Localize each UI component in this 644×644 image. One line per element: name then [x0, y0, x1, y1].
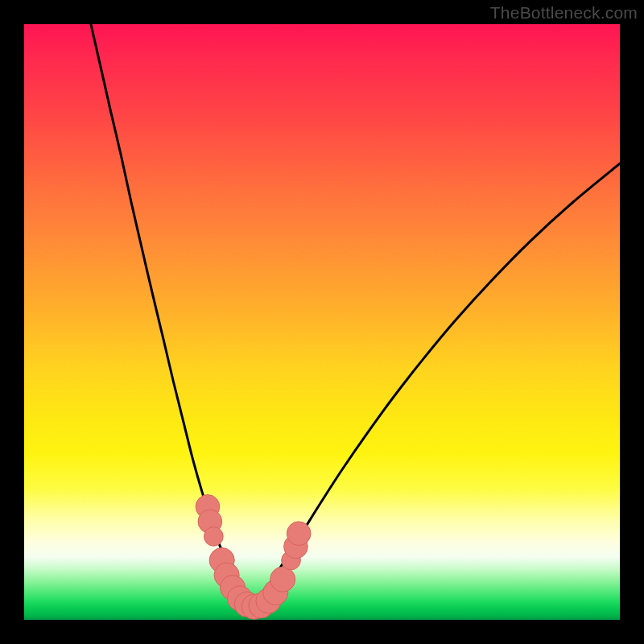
trough-marker: [204, 527, 223, 547]
trough-markers: [196, 495, 311, 620]
chart-frame: TheBottleneck.com: [0, 0, 644, 644]
trough-marker: [270, 567, 295, 592]
curve-left-branch: [91, 24, 253, 605]
chart-plot-area: [24, 24, 620, 620]
chart-svg: [24, 24, 620, 620]
trough-marker: [287, 522, 311, 546]
attribution-text: TheBottleneck.com: [490, 3, 638, 23]
